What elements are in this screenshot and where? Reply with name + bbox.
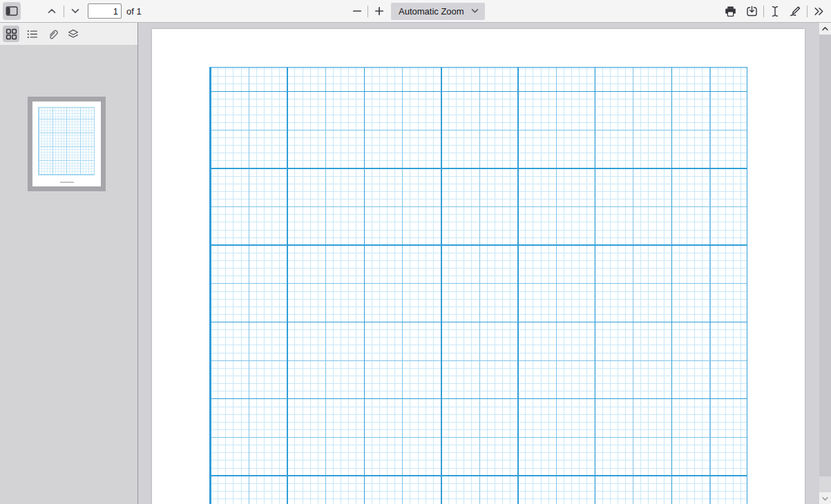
scrollbar-thumb[interactable] bbox=[819, 35, 831, 476]
chevron-down-icon bbox=[471, 8, 479, 14]
chevron-down-icon bbox=[821, 496, 829, 501]
save-button[interactable] bbox=[743, 2, 761, 20]
double-chevron-right-icon bbox=[813, 6, 825, 17]
sidebar-toggle-icon bbox=[6, 6, 18, 17]
toolbar-separator bbox=[763, 6, 764, 17]
grid-squares-icon bbox=[6, 28, 17, 40]
pen-icon bbox=[789, 6, 801, 17]
next-page-button[interactable] bbox=[67, 2, 84, 20]
zoom-in-button[interactable] bbox=[370, 2, 388, 20]
thumbnail-graph-grid bbox=[38, 107, 95, 175]
text-selection-tool-button[interactable] bbox=[766, 2, 784, 20]
previous-page-button[interactable] bbox=[44, 2, 60, 20]
paperclip-icon bbox=[47, 28, 59, 40]
thumbnail-panel bbox=[0, 45, 138, 504]
layers-icon bbox=[67, 28, 79, 40]
pdf-viewer-app: of 1 Automatic Zoom bbox=[0, 0, 831, 504]
save-download-icon bbox=[746, 6, 758, 17]
plus-icon bbox=[374, 6, 385, 17]
chevron-down-icon bbox=[70, 6, 81, 17]
sidebar-view-thumbnails-button[interactable] bbox=[3, 26, 19, 42]
zoom-out-button[interactable] bbox=[348, 2, 366, 20]
sidebar-view-outline-button[interactable] bbox=[23, 26, 40, 42]
toolbar-separator bbox=[367, 6, 368, 17]
thumbnail-footer-text bbox=[60, 182, 74, 183]
list-icon bbox=[26, 28, 38, 40]
chevron-up-icon bbox=[46, 6, 57, 17]
toolbar-separator bbox=[64, 6, 64, 17]
toolbar: of 1 Automatic Zoom bbox=[0, 0, 831, 23]
viewer-canvas bbox=[138, 23, 819, 504]
sidebar-view-attachments-button[interactable] bbox=[44, 26, 61, 42]
minus-icon bbox=[352, 6, 363, 17]
page-count-label: of 1 bbox=[126, 0, 142, 22]
graph-paper-grid bbox=[209, 67, 747, 504]
zoom-select-value: Automatic Zoom bbox=[399, 6, 464, 17]
pdf-page[interactable] bbox=[152, 29, 805, 504]
page-thumbnail[interactable] bbox=[28, 97, 106, 191]
scroll-down-button[interactable] bbox=[819, 492, 831, 504]
scroll-up-button[interactable] bbox=[819, 23, 831, 35]
sidebar-view-layers-button[interactable] bbox=[65, 26, 82, 42]
chevron-up-icon bbox=[821, 26, 829, 32]
draw-tool-button[interactable] bbox=[786, 2, 804, 20]
print-button[interactable] bbox=[721, 2, 739, 20]
page-number-input[interactable] bbox=[88, 3, 122, 19]
toggle-sidebar-button[interactable] bbox=[3, 2, 21, 20]
sidebar-header bbox=[0, 23, 138, 45]
sidebar-divider bbox=[137, 23, 138, 504]
zoom-level-select[interactable]: Automatic Zoom bbox=[391, 3, 485, 20]
vertical-scrollbar[interactable] bbox=[819, 23, 831, 504]
printer-icon bbox=[725, 6, 736, 17]
more-tools-button[interactable] bbox=[810, 2, 827, 20]
text-cursor-icon bbox=[770, 6, 780, 17]
toolbar-separator bbox=[807, 6, 808, 17]
